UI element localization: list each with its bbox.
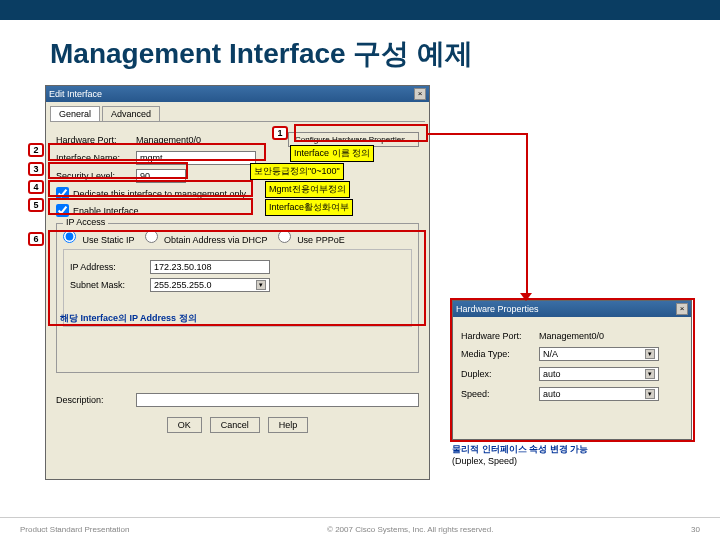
page-number: 30	[691, 525, 700, 534]
footer-left: Product Standard Presentation	[20, 525, 129, 534]
edit-window-title: Edit Interface	[49, 89, 102, 99]
callout-2-label: Interface 이름 정의	[290, 145, 374, 162]
ok-button[interactable]: OK	[167, 417, 202, 433]
hw-annotation: 물리적 인터페이스 속성 변경 가능 (Duplex, Speed)	[452, 443, 692, 466]
slide-title: Management Interface 구성 예제	[50, 35, 473, 73]
highlight-security-level	[48, 162, 188, 179]
description-label: Description:	[56, 395, 136, 405]
close-icon[interactable]: ×	[414, 88, 426, 100]
footer-divider	[0, 517, 720, 518]
highlight-configure-hardware	[294, 124, 428, 142]
highlight-interface-name	[48, 143, 266, 161]
tab-advanced[interactable]: Advanced	[102, 106, 160, 121]
callout-6: 6	[28, 232, 44, 246]
help-button[interactable]: Help	[268, 417, 309, 433]
callout-5: 5	[28, 198, 44, 212]
callout-4-label: Mgmt전용여부정의	[265, 181, 350, 198]
callout-2: 2	[28, 143, 44, 157]
highlight-dedicate-mgmt	[48, 180, 253, 197]
arrow-v	[526, 133, 528, 300]
highlight-hardware-window	[450, 298, 695, 442]
callout-3: 3	[28, 162, 44, 176]
slide-top-bar	[0, 0, 720, 20]
ip-access-frame-title: IP Access	[63, 217, 108, 227]
callout-1: 1	[272, 126, 288, 140]
footer-mid: © 2007 Cisco Systems, Inc. All rights re…	[327, 525, 493, 534]
callout-3-label: 보안등급정의"0~100"	[250, 163, 344, 180]
highlight-enable-interface	[48, 198, 253, 215]
hw-annotation-en: (Duplex, Speed)	[452, 456, 692, 466]
callout-6-label: 해당 Interface의 IP Address 정의	[60, 312, 197, 325]
description-input[interactable]	[136, 393, 419, 407]
cancel-button[interactable]: Cancel	[210, 417, 260, 433]
callout-4: 4	[28, 180, 44, 194]
edit-titlebar: Edit Interface ×	[46, 86, 429, 102]
tab-general[interactable]: General	[50, 106, 100, 121]
arrow-h	[428, 133, 528, 135]
callout-5-label: Interface활성화여부	[265, 199, 353, 216]
hw-annotation-kr: 물리적 인터페이스 속성 변경 가능	[452, 443, 692, 456]
tabs: General Advanced	[50, 106, 425, 122]
footer: Product Standard Presentation © 2007 Cis…	[20, 525, 700, 534]
